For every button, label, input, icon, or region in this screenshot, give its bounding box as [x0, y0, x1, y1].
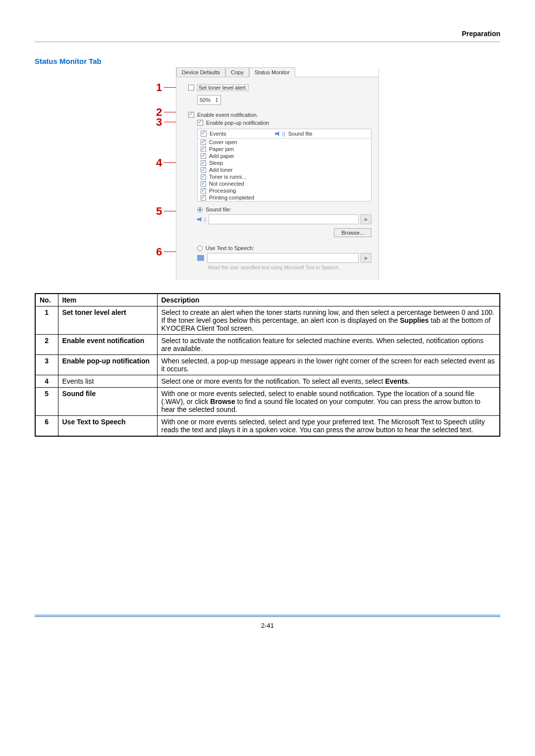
speaker-icon: [197, 217, 203, 222]
status-monitor-figure: 1 2 3 4 5 6 Device Defaults Copy Status …: [35, 67, 500, 280]
tts-icon: [197, 255, 204, 261]
cell-desc: With one or more events selected, select…: [157, 416, 500, 437]
cell-no: 5: [35, 388, 58, 416]
event-label: Not connected: [209, 181, 244, 187]
cell-desc: Select one or more events for the notifi…: [157, 375, 500, 388]
tts-play-button[interactable]: ▶: [361, 253, 372, 263]
cell-no: 1: [35, 306, 58, 335]
table-row: 5Sound fileWith one or more events selec…: [35, 388, 500, 416]
table-row: 3Enable pop-up notificationWhen selected…: [35, 355, 500, 375]
event-checkbox[interactable]: [201, 188, 206, 194]
event-label: Toner is runni...: [209, 174, 246, 180]
tts-label: Use Text to Speech:: [206, 245, 254, 251]
cell-desc: With one or more events selected, select…: [157, 388, 500, 416]
callout-3: 3: [156, 116, 162, 129]
speaker-icon: [275, 131, 281, 136]
table-row: 4Events listSelect one or more events fo…: [35, 375, 500, 388]
cell-desc: Select to activate the notification feat…: [157, 335, 500, 355]
event-item[interactable]: Add toner: [198, 166, 371, 173]
callout-4: 4: [156, 156, 162, 169]
event-checkbox[interactable]: [201, 160, 206, 166]
event-checkbox[interactable]: [201, 167, 206, 173]
event-item[interactable]: Add paper: [198, 152, 371, 159]
page-footer: 2-41: [35, 615, 500, 629]
event-checkbox[interactable]: [201, 147, 206, 152]
cell-item: Enable pop-up notification: [58, 355, 157, 375]
set-toner-checkbox[interactable]: [188, 85, 194, 91]
table-row: 2Enable event notificationSelect to acti…: [35, 335, 500, 355]
cell-item: Set toner level alert: [58, 306, 157, 335]
th-no: No.: [35, 294, 58, 306]
event-label: Cover open: [209, 139, 237, 145]
th-desc: Description: [157, 294, 500, 306]
events-list-box: Events )) Sound file Cover openPaper jam…: [197, 129, 372, 202]
event-item[interactable]: Processing: [198, 187, 371, 194]
sound-file-header: Sound file: [288, 131, 313, 137]
event-label: Add toner: [209, 167, 233, 173]
tab-device-defaults[interactable]: Device Defaults: [176, 67, 225, 77]
page-category: Preparation: [35, 30, 500, 42]
events-header: Events: [210, 131, 226, 137]
event-item[interactable]: Paper jam: [198, 146, 371, 152]
sound-play-button[interactable]: ▶: [361, 214, 372, 224]
th-item: Item: [58, 294, 157, 306]
event-item[interactable]: Cover open: [198, 139, 371, 146]
cell-item: Sound file: [58, 388, 157, 416]
cell-no: 4: [35, 375, 58, 388]
enable-popup-label: Enable pop-up notification: [206, 120, 269, 126]
cell-desc: When selected, a pop-up message appears …: [157, 355, 500, 375]
event-item[interactable]: Sleep: [198, 159, 371, 166]
event-label: Sleep: [209, 160, 223, 166]
tab-copy[interactable]: Copy: [225, 67, 249, 77]
event-checkbox[interactable]: [201, 140, 206, 145]
event-label: Processing: [209, 188, 236, 194]
cell-no: 3: [35, 355, 58, 375]
enable-popup-checkbox[interactable]: [197, 120, 203, 126]
cell-item: Events list: [58, 375, 157, 388]
cell-item: Use Text to Speech: [58, 416, 157, 437]
sound-file-label: Sound file:: [206, 206, 231, 212]
browse-button[interactable]: Browse...: [334, 228, 372, 237]
callout-1: 1: [156, 81, 162, 94]
event-checkbox[interactable]: [201, 174, 206, 180]
set-toner-label: Set toner level alert.: [197, 84, 249, 91]
tab-status-monitor[interactable]: Status Monitor: [249, 67, 295, 77]
tts-radio[interactable]: [197, 246, 203, 251]
sound-file-radio[interactable]: [197, 207, 203, 212]
section-title: Status Monitor Tab: [35, 57, 500, 65]
page-number: 2-41: [35, 616, 500, 629]
enable-event-label: Enable event notification.: [197, 112, 258, 118]
event-item[interactable]: Toner is runni...: [198, 173, 371, 180]
status-monitor-dialog: Device Defaults Copy Status Monitor Set …: [176, 67, 379, 280]
sound-file-input[interactable]: [209, 214, 359, 224]
event-item[interactable]: Not connected: [198, 180, 371, 187]
cell-desc: Select to create an alert when the toner…: [157, 306, 500, 335]
event-checkbox[interactable]: [201, 153, 206, 159]
cell-no: 2: [35, 335, 58, 355]
event-item[interactable]: Printing completed: [198, 194, 371, 201]
table-row: 6Use Text to SpeechWith one or more even…: [35, 416, 500, 437]
cell-item: Enable event notification: [58, 335, 157, 355]
event-label: Paper jam: [209, 146, 234, 152]
event-label: Add paper: [209, 153, 234, 159]
event-label: Printing completed: [209, 195, 254, 201]
callout-6: 6: [156, 246, 162, 258]
tts-description: Read the user specified text using Micro…: [208, 265, 372, 270]
tts-input[interactable]: [207, 253, 359, 263]
event-checkbox[interactable]: [201, 181, 206, 187]
cell-no: 6: [35, 416, 58, 437]
callout-5: 5: [156, 205, 162, 218]
toner-level-spinner[interactable]: 50% ▲▼: [197, 95, 221, 105]
enable-event-checkbox[interactable]: [188, 112, 194, 118]
table-row: 1Set toner level alertSelect to create a…: [35, 306, 500, 335]
events-select-all-checkbox[interactable]: [201, 131, 207, 137]
description-table: No. Item Description 1Set toner level al…: [35, 293, 500, 437]
event-checkbox[interactable]: [201, 195, 206, 201]
